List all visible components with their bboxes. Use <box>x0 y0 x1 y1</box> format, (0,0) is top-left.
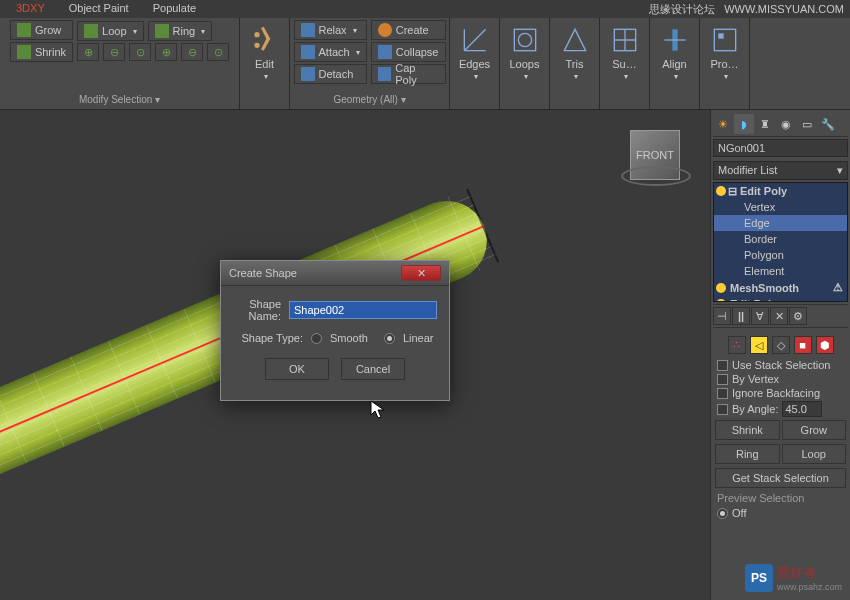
modify-tab[interactable]: ◗ <box>734 114 754 134</box>
viewcube-ring[interactable] <box>621 166 691 186</box>
detach-button[interactable]: Detach <box>294 64 367 84</box>
edge-mode[interactable]: ◁ <box>750 336 768 354</box>
stack-editpoly2[interactable]: Edit Poly <box>714 296 847 302</box>
chevron-down-icon: ▾ <box>133 27 137 36</box>
attach-button[interactable]: Attach▾ <box>294 42 367 62</box>
border-mode[interactable]: ◇ <box>772 336 790 354</box>
stack-element[interactable]: Element <box>714 263 847 279</box>
off-radio[interactable] <box>717 508 728 519</box>
modifier-list-dropdown[interactable]: Modifier List▾ <box>713 161 848 180</box>
use-stack-row[interactable]: Use Stack Selection <box>713 358 848 372</box>
edit-label: Edit <box>255 58 274 70</box>
command-panel-tabs: ☀ ◗ ♜ ◉ ▭ 🔧 <box>713 112 848 137</box>
bulb-icon[interactable] <box>716 299 726 302</box>
polygon-mode[interactable]: ■ <box>794 336 812 354</box>
motion-tab[interactable]: ◉ <box>776 114 796 134</box>
loop-dot-button[interactable]: ⊙ <box>129 43 151 61</box>
dialog-titlebar[interactable]: Create Shape ✕ <box>221 261 449 286</box>
off-label: Off <box>732 507 746 519</box>
panel-label-geometry[interactable]: Geometry (All) ▾ <box>333 92 405 105</box>
tab-populate[interactable]: Populate <box>145 0 204 18</box>
create-tab[interactable]: ☀ <box>713 114 733 134</box>
shape-name-input[interactable] <box>289 301 437 319</box>
by-vertex-checkbox[interactable] <box>717 374 728 385</box>
ignore-back-checkbox[interactable] <box>717 388 728 399</box>
tris-button[interactable]: Tris▾ <box>551 20 599 85</box>
shrink-icon <box>17 45 31 59</box>
loop-plus-button[interactable]: ⊕ <box>77 43 99 61</box>
close-button[interactable]: ✕ <box>401 265 441 281</box>
show-end-button[interactable]: || <box>732 307 750 325</box>
tab-object-paint[interactable]: Object Paint <box>61 0 137 18</box>
tab-selection[interactable]: 3DXY <box>8 0 53 18</box>
dot-icon: ⊙ <box>214 46 223 59</box>
modifier-stack[interactable]: ⊟Edit Poly Vertex Edge Border Polygon El… <box>713 182 848 302</box>
edge-icon: ◁ <box>755 339 763 352</box>
stack-border-label: Border <box>744 233 777 245</box>
stack-border[interactable]: Border <box>714 231 847 247</box>
stack-editpoly[interactable]: ⊟Edit Poly <box>714 183 847 199</box>
dot-icon: ⊙ <box>136 46 145 59</box>
element-mode[interactable]: ⬢ <box>816 336 834 354</box>
remove-mod-button[interactable]: ✕ <box>770 307 788 325</box>
edges-label: Edges <box>459 58 490 70</box>
relax-button[interactable]: Relax▾ <box>294 20 367 40</box>
panel-label-modify[interactable]: Modify Selection ▾ <box>79 92 160 105</box>
smooth-radio[interactable] <box>311 333 322 344</box>
pin-stack-button[interactable]: ⊣ <box>713 307 731 325</box>
preview-off-row[interactable]: Off <box>713 506 848 520</box>
make-unique-button[interactable]: ∀ <box>751 307 769 325</box>
align-button[interactable]: Align▾ <box>651 20 699 85</box>
ring-plus-button[interactable]: ⊕ <box>155 43 177 61</box>
ignore-back-row[interactable]: Ignore Backfacing <box>713 386 848 400</box>
relax-icon <box>301 23 315 37</box>
ring-sel-button[interactable]: Ring <box>715 444 780 464</box>
loop-sel-button[interactable]: Loop <box>782 444 847 464</box>
sun-icon: ☀ <box>718 118 728 131</box>
by-angle-checkbox[interactable] <box>717 404 728 415</box>
by-angle-label: By Angle: <box>732 403 778 415</box>
subd-button[interactable]: Su…▾ <box>601 20 649 85</box>
display-tab[interactable]: ▭ <box>797 114 817 134</box>
loop-button[interactable]: Loop▾ <box>77 21 143 41</box>
grow-button[interactable]: Grow <box>10 20 73 40</box>
shrink-button[interactable]: Shrink <box>10 42 73 62</box>
collapse-icon[interactable]: ⊟ <box>728 185 737 198</box>
cappoly-button[interactable]: Cap Poly <box>371 64 446 84</box>
grow-sel-button[interactable]: Grow <box>782 420 847 440</box>
edges-button[interactable]: Edges▾ <box>451 20 499 85</box>
ring-button[interactable]: Ring▾ <box>148 21 213 41</box>
stack-meshsmooth[interactable]: MeshSmooth⚠ <box>714 279 847 296</box>
loop-minus-button[interactable]: ⊖ <box>103 43 125 61</box>
shrink-sel-button[interactable]: Shrink <box>715 420 780 440</box>
show-icon: || <box>738 310 744 322</box>
linear-radio[interactable] <box>384 333 395 344</box>
get-stack-button[interactable]: Get Stack Selection <box>715 468 846 488</box>
cancel-button[interactable]: Cancel <box>341 358 405 380</box>
utilities-tab[interactable]: 🔧 <box>818 114 838 134</box>
hierarchy-tab[interactable]: ♜ <box>755 114 775 134</box>
loops-icon <box>509 24 541 56</box>
configure-button[interactable]: ⚙ <box>789 307 807 325</box>
vertex-mode[interactable]: ∴ <box>728 336 746 354</box>
angle-spinner[interactable] <box>782 401 822 417</box>
ring-dot-button[interactable]: ⊙ <box>207 43 229 61</box>
by-vertex-row[interactable]: By Vertex <box>713 372 848 386</box>
collapse-button[interactable]: Collapse <box>371 42 446 62</box>
loops-button[interactable]: Loops▾ <box>501 20 549 85</box>
edit-button[interactable]: Edit ▾ <box>241 20 289 85</box>
object-name-field[interactable] <box>713 139 848 157</box>
viewcube[interactable]: FRONT <box>630 130 680 180</box>
bulb-icon[interactable] <box>716 186 726 196</box>
bulb-icon[interactable] <box>716 283 726 293</box>
ring-minus-button[interactable]: ⊖ <box>181 43 203 61</box>
stack-edge[interactable]: Edge <box>714 215 847 231</box>
stack-meshsmooth-label: MeshSmooth <box>730 282 799 294</box>
stack-polygon[interactable]: Polygon <box>714 247 847 263</box>
stack-vertex[interactable]: Vertex <box>714 199 847 215</box>
props-button[interactable]: Pro…▾ <box>701 20 749 85</box>
by-vertex-label: By Vertex <box>732 373 779 385</box>
use-stack-checkbox[interactable] <box>717 360 728 371</box>
create-button[interactable]: Create <box>371 20 446 40</box>
ok-button[interactable]: OK <box>265 358 329 380</box>
